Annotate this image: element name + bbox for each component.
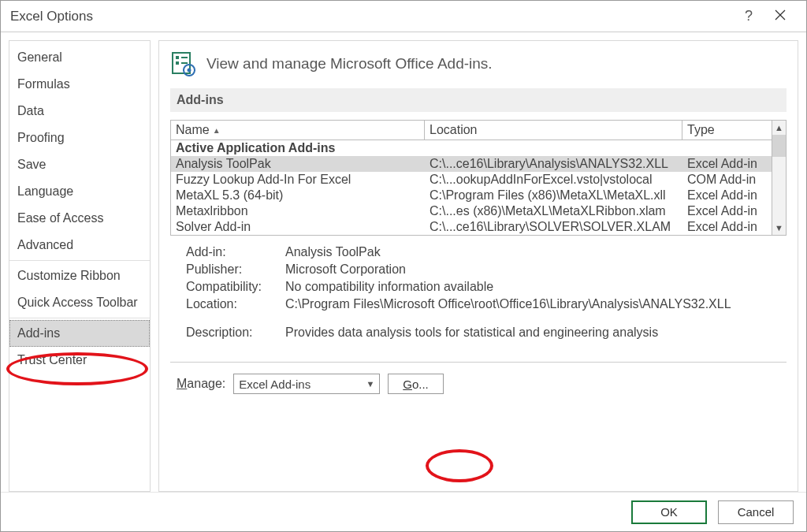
manage-label: Manage: (177, 377, 225, 391)
scroll-up-icon[interactable]: ▲ (772, 121, 786, 135)
grid-group-header: Active Application Add-ins (171, 140, 772, 156)
main-panel: View and manage Microsoft Office Add-ins… (158, 40, 798, 492)
main-heading: View and manage Microsoft Office Add-ins… (206, 55, 493, 73)
addin-details: Add-in: Analysis ToolPak Publisher: Micr… (170, 236, 787, 363)
addins-grid: Name ▲ Location Type Active Application … (170, 120, 787, 236)
cell-type: Excel Add-in (687, 204, 767, 218)
cell-location: C:\...ookupAddInForExcel.vsto|vstolocal (430, 173, 687, 187)
cell-location: C:\...ce16\Library\SOLVER\SOLVER.XLAM (430, 220, 687, 234)
sidebar-item-language[interactable]: Language (9, 178, 150, 205)
sidebar-item-quick-access-toolbar[interactable]: Quick Access Toolbar (9, 289, 150, 316)
manage-dropdown[interactable]: Excel Add-ins ▼ (233, 374, 380, 394)
detail-label-desc: Description: (186, 326, 285, 340)
col-header-name[interactable]: Name ▲ (171, 121, 425, 140)
close-button[interactable] (764, 5, 797, 28)
cell-type: COM Add-in (687, 173, 767, 187)
cell-type: Excel Add-in (687, 157, 767, 171)
col-header-location[interactable]: Location (425, 121, 682, 140)
svg-rect-3 (176, 56, 179, 59)
close-icon (775, 9, 786, 20)
chevron-down-icon: ▼ (366, 379, 374, 389)
cell-name: MetaXL 5.3 (64-bit) (176, 188, 430, 203)
detail-value-addin: Analysis ToolPak (285, 245, 771, 259)
detail-value-location: C:\Program Files\Microsoft Office\root\O… (285, 297, 771, 311)
sidebar-separator (9, 260, 150, 261)
sidebar-item-formulas[interactable]: Formulas (9, 71, 150, 98)
ok-button[interactable]: OK (631, 500, 707, 524)
go-button[interactable]: Go... (388, 374, 444, 394)
table-row[interactable]: Solver Add-inC:\...ce16\Library\SOLVER\S… (171, 219, 772, 235)
table-row[interactable]: MetaXL 5.3 (64-bit)C:\Program Files (x86… (171, 188, 772, 203)
help-button[interactable]: ? (734, 3, 764, 29)
sidebar-item-ease-of-access[interactable]: Ease of Access (9, 205, 150, 232)
svg-rect-5 (176, 61, 179, 65)
sort-asc-icon: ▲ (213, 126, 221, 135)
main-header: View and manage Microsoft Office Add-ins… (170, 50, 787, 77)
sidebar-item-customize-ribbon[interactable]: Customize Ribbon (9, 262, 150, 289)
detail-value-publisher: Microsoft Corporation (285, 262, 771, 277)
scroll-thumb[interactable] (772, 135, 786, 157)
detail-label-addin: Add-in: (186, 245, 285, 259)
cell-type: Excel Add-in (687, 188, 767, 203)
cancel-button[interactable]: Cancel (718, 500, 794, 524)
cell-name: Fuzzy Lookup Add-In For Excel (176, 173, 430, 187)
table-row[interactable]: Fuzzy Lookup Add-In For ExcelC:\...ookup… (171, 172, 772, 188)
detail-value-desc: Provides data analysis tools for statist… (285, 326, 771, 340)
detail-label-publisher: Publisher: (186, 262, 285, 277)
sidebar-separator (9, 318, 150, 318)
grid-scrollbar[interactable]: ▲ ▼ (772, 121, 786, 235)
cell-name: Analysis ToolPak (176, 157, 430, 171)
detail-value-compat: No compatibility information available (285, 280, 771, 294)
category-sidebar: GeneralFormulasDataProofingSaveLanguageE… (9, 40, 151, 492)
titlebar: Excel Options ? (1, 1, 806, 32)
svg-point-8 (188, 69, 192, 73)
manage-row: Manage: Excel Add-ins ▼ Go... (170, 363, 787, 402)
table-row[interactable]: MetaxlribbonC:\...es (x86)\MetaXL\MetaXL… (171, 203, 772, 219)
cell-location: C:\...es (x86)\MetaXL\MetaXLRibbon.xlam (430, 204, 687, 218)
cell-name: Metaxlribbon (176, 204, 430, 218)
dialog-footer: OK Cancel (1, 492, 806, 531)
sidebar-item-proofing[interactable]: Proofing (9, 125, 150, 151)
sidebar-item-save[interactable]: Save (9, 151, 150, 178)
cell-name: Solver Add-in (176, 220, 430, 234)
scroll-down-icon[interactable]: ▼ (772, 221, 786, 235)
table-row[interactable]: Analysis ToolPakC:\...ce16\Library\Analy… (171, 156, 772, 172)
cell-location: C:\...ce16\Library\Analysis\ANALYS32.XLL (430, 157, 687, 171)
sidebar-item-data[interactable]: Data (9, 98, 150, 125)
grid-header: Name ▲ Location Type (171, 121, 772, 140)
sidebar-item-add-ins[interactable]: Add-ins (9, 320, 150, 347)
excel-options-dialog: Excel Options ? GeneralFormulasDataProof… (0, 0, 807, 532)
section-title: Add-ins (170, 88, 787, 112)
cell-location: C:\Program Files (x86)\MetaXL\MetaXL.xll (430, 188, 687, 203)
detail-label-location: Location: (186, 297, 285, 311)
col-header-type[interactable]: Type (682, 121, 772, 140)
cell-type: Excel Add-in (687, 220, 767, 234)
addins-icon (170, 50, 197, 77)
sidebar-item-general[interactable]: General (9, 44, 150, 71)
detail-label-compat: Compatibility: (186, 280, 285, 294)
sidebar-item-trust-center[interactable]: Trust Center (9, 347, 150, 374)
sidebar-item-advanced[interactable]: Advanced (9, 232, 150, 259)
window-title: Excel Options (10, 9, 734, 24)
